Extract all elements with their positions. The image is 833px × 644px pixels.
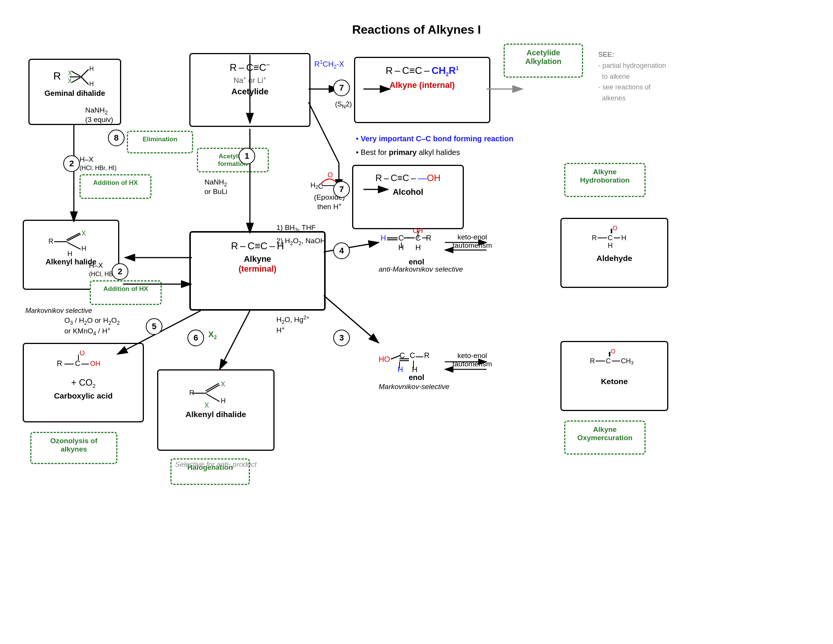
x2-label: X2 (208, 330, 217, 340)
svg-text:X: X (204, 402, 209, 408)
alkenyl-halide-box: R X H H Alkenyl halide (23, 220, 119, 290)
svg-text:OH: OH (90, 360, 100, 367)
keto-enol-bottom-label: keto-enoltautomerism (452, 351, 492, 368)
keto-enol-top-label: keto-enoltautomerism (452, 233, 492, 250)
alcohol-box: R – C≡C – —OH Alcohol (352, 165, 464, 229)
svg-text:H: H (608, 242, 613, 249)
svg-line-48 (206, 394, 220, 402)
circle-7-bottom: 7 (333, 181, 350, 198)
svg-text:C: C (399, 351, 405, 359)
circle-6: 6 (187, 330, 204, 346)
markovnikov-selective-label: Markovnikov-selective (379, 383, 449, 391)
ozonolysis-box: Ozonolysis ofalkynes (30, 432, 117, 464)
enol-bottom: HO C C H H R enol (379, 341, 454, 382)
svg-line-6 (324, 295, 379, 343)
svg-line-23 (81, 69, 88, 77)
very-important-text: • Very important C–C bond forming reacti… (356, 132, 513, 159)
anti-product-label: Selective for anti- product (144, 460, 288, 469)
svg-text:O: O (79, 351, 85, 357)
r1ch2x-label: R1CH2-X (314, 59, 344, 70)
circle-1: 1 (238, 148, 255, 164)
svg-text:H: H (415, 243, 421, 251)
svg-text:H2C: H2C (310, 182, 323, 190)
bh3-thf-label: 1) BH3, THF (277, 224, 316, 233)
svg-text:C: C (398, 234, 404, 242)
svg-text:H: H (412, 365, 417, 374)
h2o-hg-label: H2O, Hg2+ H+ (277, 314, 309, 335)
svg-text:O: O (613, 226, 617, 232)
circle-8: 8 (108, 130, 125, 146)
svg-text:CH3: CH3 (621, 357, 634, 365)
svg-line-33 (68, 242, 80, 249)
svg-text:H: H (68, 250, 72, 257)
alkyne-oxymercuration-box: AlkyneOxymercuration (564, 420, 646, 455)
svg-text:X: X (81, 230, 86, 237)
nanh2-buli-label: NaNH2 or BuLi (204, 178, 227, 196)
addition-hx-bottom-box: Addition of HX (90, 280, 162, 305)
anti-markovnikov-label: anti-Markovnikov selective (379, 265, 463, 274)
svg-line-30 (72, 78, 80, 82)
sn2-label: (SN2) (335, 100, 352, 109)
svg-text:R: R (592, 234, 597, 242)
svg-line-29 (72, 71, 80, 76)
page-title: Reactions of Alkynes I (352, 23, 481, 37)
svg-text:H: H (621, 234, 626, 242)
svg-text:X: X (68, 70, 72, 76)
acetylide-box: R – C≡C− Na+ or Li+ Acetylide (189, 53, 310, 127)
acetylide-formation-box: Acetylideformation (197, 148, 269, 172)
svg-line-9 (220, 311, 250, 369)
svg-text:H: H (221, 397, 226, 404)
ozonolysis-reagent-label: O3 / H2O or H2O2 or KMnO4 / H+ (64, 316, 120, 336)
svg-text:R: R (57, 359, 62, 367)
svg-text:C: C (75, 359, 80, 367)
svg-text:R: R (424, 351, 429, 359)
svg-line-7 (324, 242, 379, 252)
svg-text:H: H (397, 365, 403, 374)
svg-text:C: C (410, 351, 415, 359)
ketone-box: R C O CH3 Ketone (560, 341, 668, 411)
svg-text:H: H (89, 80, 94, 87)
svg-text:R: R (48, 238, 53, 245)
circle-7-top: 7 (333, 80, 350, 96)
markovnikov-label-left: Markovnikov selective (26, 307, 92, 315)
svg-text:H: H (89, 66, 94, 72)
svg-line-34 (67, 233, 80, 240)
circle-2-bottom: 2 (112, 263, 129, 280)
svg-text:O: O (328, 171, 333, 179)
alkyne-hydroboration-box: AlkyneHydroboration (564, 163, 646, 197)
enol-top: H C H OH C H R enol (379, 224, 454, 266)
svg-text:H: H (81, 245, 86, 252)
nanh2-3equiv-label: NaNH2 (3 equiv) (85, 106, 113, 124)
svg-text:X: X (221, 380, 225, 388)
svg-line-24 (81, 77, 88, 84)
circle-5: 5 (146, 318, 162, 335)
alkyne-internal-box: R – C≡C – CH2R1 Alkyne (internal) (354, 57, 490, 123)
see-note: SEE: - partial hydrogenation to alkene -… (598, 49, 666, 104)
acetylide-alkylation-box: AcetylideAlkylation (503, 43, 583, 78)
svg-text:C: C (606, 357, 611, 365)
svg-text:H: H (381, 234, 386, 242)
circle-3: 3 (333, 330, 350, 346)
hx-reagent-top: H–X (HCl, HBr, HI) (79, 155, 117, 172)
svg-line-32 (68, 234, 80, 241)
h2o2-naoh-label: 2) H2O2, NaOH (277, 237, 326, 246)
svg-text:O: O (611, 349, 615, 354)
svg-text:R: R (189, 389, 194, 397)
svg-text:R: R (590, 357, 595, 365)
svg-text:HO: HO (379, 355, 390, 363)
carboxylic-acid-box: R C O OH + CO2 Carboxylic acid (23, 343, 144, 422)
main-page: Reactions of Alkynes I (0, 0, 833, 644)
addition-hx-top-box: Addition of HX (79, 174, 151, 199)
circle-2-top: 2 (63, 155, 80, 172)
svg-line-13 (309, 102, 339, 163)
aldehyde-box: R C O H H Aldehyde (560, 218, 668, 288)
alkenyl-dihalide-box: R X H X Alkenyl dihalide (157, 369, 275, 451)
svg-line-47 (206, 385, 220, 393)
elimination-box: Elimination (127, 131, 193, 153)
svg-text:X: X (68, 78, 72, 84)
circle-4: 4 (333, 242, 350, 259)
svg-text:C: C (608, 234, 613, 242)
svg-line-49 (206, 383, 219, 391)
